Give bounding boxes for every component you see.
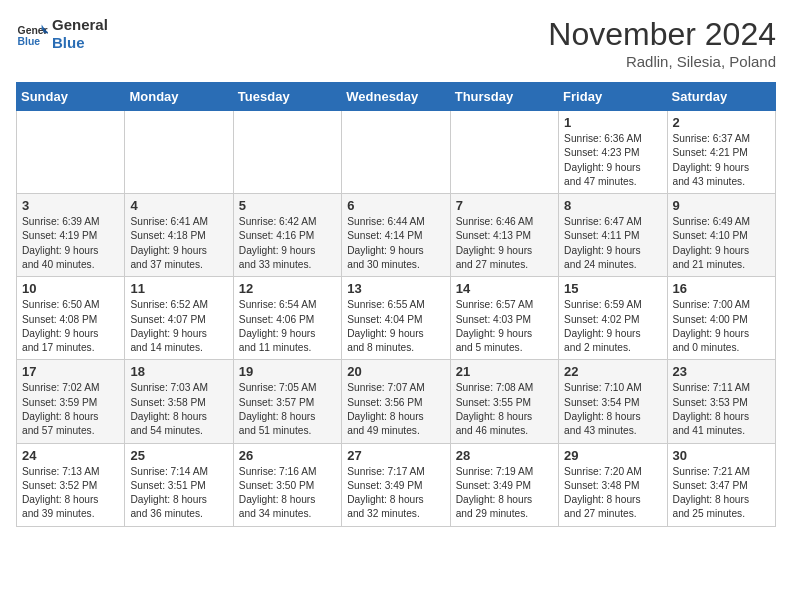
day-number: 29 bbox=[564, 448, 661, 463]
week-row-2: 3Sunrise: 6:39 AM Sunset: 4:19 PM Daylig… bbox=[17, 194, 776, 277]
day-info: Sunrise: 7:10 AM Sunset: 3:54 PM Dayligh… bbox=[564, 381, 661, 438]
day-number: 4 bbox=[130, 198, 227, 213]
calendar-cell: 12Sunrise: 6:54 AM Sunset: 4:06 PM Dayli… bbox=[233, 277, 341, 360]
day-number: 30 bbox=[673, 448, 770, 463]
day-info: Sunrise: 7:00 AM Sunset: 4:00 PM Dayligh… bbox=[673, 298, 770, 355]
day-info: Sunrise: 6:57 AM Sunset: 4:03 PM Dayligh… bbox=[456, 298, 553, 355]
day-info: Sunrise: 6:55 AM Sunset: 4:04 PM Dayligh… bbox=[347, 298, 444, 355]
day-number: 13 bbox=[347, 281, 444, 296]
day-info: Sunrise: 6:36 AM Sunset: 4:23 PM Dayligh… bbox=[564, 132, 661, 189]
day-number: 7 bbox=[456, 198, 553, 213]
header-sunday: Sunday bbox=[17, 83, 125, 111]
day-number: 6 bbox=[347, 198, 444, 213]
day-number: 3 bbox=[22, 198, 119, 213]
day-number: 16 bbox=[673, 281, 770, 296]
calendar-cell: 29Sunrise: 7:20 AM Sunset: 3:48 PM Dayli… bbox=[559, 443, 667, 526]
calendar-cell bbox=[450, 111, 558, 194]
day-info: Sunrise: 6:41 AM Sunset: 4:18 PM Dayligh… bbox=[130, 215, 227, 272]
header-saturday: Saturday bbox=[667, 83, 775, 111]
calendar-cell: 5Sunrise: 6:42 AM Sunset: 4:16 PM Daylig… bbox=[233, 194, 341, 277]
calendar-cell: 27Sunrise: 7:17 AM Sunset: 3:49 PM Dayli… bbox=[342, 443, 450, 526]
day-info: Sunrise: 7:13 AM Sunset: 3:52 PM Dayligh… bbox=[22, 465, 119, 522]
calendar-cell: 30Sunrise: 7:21 AM Sunset: 3:47 PM Dayli… bbox=[667, 443, 775, 526]
day-info: Sunrise: 7:21 AM Sunset: 3:47 PM Dayligh… bbox=[673, 465, 770, 522]
week-row-3: 10Sunrise: 6:50 AM Sunset: 4:08 PM Dayli… bbox=[17, 277, 776, 360]
calendar-cell: 23Sunrise: 7:11 AM Sunset: 3:53 PM Dayli… bbox=[667, 360, 775, 443]
calendar-cell: 17Sunrise: 7:02 AM Sunset: 3:59 PM Dayli… bbox=[17, 360, 125, 443]
calendar-cell: 7Sunrise: 6:46 AM Sunset: 4:13 PM Daylig… bbox=[450, 194, 558, 277]
day-number: 9 bbox=[673, 198, 770, 213]
day-number: 23 bbox=[673, 364, 770, 379]
day-number: 28 bbox=[456, 448, 553, 463]
header-monday: Monday bbox=[125, 83, 233, 111]
day-info: Sunrise: 7:19 AM Sunset: 3:49 PM Dayligh… bbox=[456, 465, 553, 522]
day-info: Sunrise: 7:17 AM Sunset: 3:49 PM Dayligh… bbox=[347, 465, 444, 522]
calendar-cell: 26Sunrise: 7:16 AM Sunset: 3:50 PM Dayli… bbox=[233, 443, 341, 526]
calendar-cell: 25Sunrise: 7:14 AM Sunset: 3:51 PM Dayli… bbox=[125, 443, 233, 526]
day-info: Sunrise: 7:16 AM Sunset: 3:50 PM Dayligh… bbox=[239, 465, 336, 522]
title-block: November 2024 Radlin, Silesia, Poland bbox=[548, 16, 776, 70]
calendar-cell: 11Sunrise: 6:52 AM Sunset: 4:07 PM Dayli… bbox=[125, 277, 233, 360]
day-info: Sunrise: 6:47 AM Sunset: 4:11 PM Dayligh… bbox=[564, 215, 661, 272]
location-subtitle: Radlin, Silesia, Poland bbox=[548, 53, 776, 70]
day-number: 17 bbox=[22, 364, 119, 379]
calendar-cell: 4Sunrise: 6:41 AM Sunset: 4:18 PM Daylig… bbox=[125, 194, 233, 277]
logo-blue: Blue bbox=[52, 34, 108, 52]
day-number: 12 bbox=[239, 281, 336, 296]
calendar-cell: 22Sunrise: 7:10 AM Sunset: 3:54 PM Dayli… bbox=[559, 360, 667, 443]
day-number: 20 bbox=[347, 364, 444, 379]
calendar-cell bbox=[342, 111, 450, 194]
calendar-cell: 16Sunrise: 7:00 AM Sunset: 4:00 PM Dayli… bbox=[667, 277, 775, 360]
day-info: Sunrise: 6:49 AM Sunset: 4:10 PM Dayligh… bbox=[673, 215, 770, 272]
day-info: Sunrise: 6:50 AM Sunset: 4:08 PM Dayligh… bbox=[22, 298, 119, 355]
day-info: Sunrise: 7:20 AM Sunset: 3:48 PM Dayligh… bbox=[564, 465, 661, 522]
day-info: Sunrise: 6:59 AM Sunset: 4:02 PM Dayligh… bbox=[564, 298, 661, 355]
day-info: Sunrise: 7:14 AM Sunset: 3:51 PM Dayligh… bbox=[130, 465, 227, 522]
calendar-cell: 8Sunrise: 6:47 AM Sunset: 4:11 PM Daylig… bbox=[559, 194, 667, 277]
page-header: General Blue General Blue November 2024 … bbox=[16, 16, 776, 70]
calendar-cell bbox=[233, 111, 341, 194]
calendar-cell: 14Sunrise: 6:57 AM Sunset: 4:03 PM Dayli… bbox=[450, 277, 558, 360]
calendar-cell bbox=[17, 111, 125, 194]
calendar-cell bbox=[125, 111, 233, 194]
calendar-cell: 21Sunrise: 7:08 AM Sunset: 3:55 PM Dayli… bbox=[450, 360, 558, 443]
day-info: Sunrise: 6:37 AM Sunset: 4:21 PM Dayligh… bbox=[673, 132, 770, 189]
day-number: 25 bbox=[130, 448, 227, 463]
week-row-1: 1Sunrise: 6:36 AM Sunset: 4:23 PM Daylig… bbox=[17, 111, 776, 194]
day-number: 1 bbox=[564, 115, 661, 130]
calendar-cell: 20Sunrise: 7:07 AM Sunset: 3:56 PM Dayli… bbox=[342, 360, 450, 443]
day-number: 27 bbox=[347, 448, 444, 463]
day-number: 22 bbox=[564, 364, 661, 379]
calendar-header-row: SundayMondayTuesdayWednesdayThursdayFrid… bbox=[17, 83, 776, 111]
calendar-table: SundayMondayTuesdayWednesdayThursdayFrid… bbox=[16, 82, 776, 527]
calendar-cell: 6Sunrise: 6:44 AM Sunset: 4:14 PM Daylig… bbox=[342, 194, 450, 277]
header-friday: Friday bbox=[559, 83, 667, 111]
day-info: Sunrise: 7:02 AM Sunset: 3:59 PM Dayligh… bbox=[22, 381, 119, 438]
day-info: Sunrise: 6:42 AM Sunset: 4:16 PM Dayligh… bbox=[239, 215, 336, 272]
day-info: Sunrise: 7:05 AM Sunset: 3:57 PM Dayligh… bbox=[239, 381, 336, 438]
day-number: 10 bbox=[22, 281, 119, 296]
day-number: 8 bbox=[564, 198, 661, 213]
day-info: Sunrise: 7:07 AM Sunset: 3:56 PM Dayligh… bbox=[347, 381, 444, 438]
week-row-4: 17Sunrise: 7:02 AM Sunset: 3:59 PM Dayli… bbox=[17, 360, 776, 443]
header-thursday: Thursday bbox=[450, 83, 558, 111]
day-number: 19 bbox=[239, 364, 336, 379]
day-number: 18 bbox=[130, 364, 227, 379]
month-title: November 2024 bbox=[548, 16, 776, 53]
day-number: 11 bbox=[130, 281, 227, 296]
logo-general: General bbox=[52, 16, 108, 34]
day-number: 26 bbox=[239, 448, 336, 463]
day-info: Sunrise: 6:39 AM Sunset: 4:19 PM Dayligh… bbox=[22, 215, 119, 272]
calendar-cell: 18Sunrise: 7:03 AM Sunset: 3:58 PM Dayli… bbox=[125, 360, 233, 443]
calendar-cell: 28Sunrise: 7:19 AM Sunset: 3:49 PM Dayli… bbox=[450, 443, 558, 526]
day-number: 21 bbox=[456, 364, 553, 379]
day-number: 5 bbox=[239, 198, 336, 213]
day-number: 14 bbox=[456, 281, 553, 296]
day-info: Sunrise: 6:54 AM Sunset: 4:06 PM Dayligh… bbox=[239, 298, 336, 355]
week-row-5: 24Sunrise: 7:13 AM Sunset: 3:52 PM Dayli… bbox=[17, 443, 776, 526]
calendar-cell: 13Sunrise: 6:55 AM Sunset: 4:04 PM Dayli… bbox=[342, 277, 450, 360]
day-info: Sunrise: 7:11 AM Sunset: 3:53 PM Dayligh… bbox=[673, 381, 770, 438]
calendar-cell: 19Sunrise: 7:05 AM Sunset: 3:57 PM Dayli… bbox=[233, 360, 341, 443]
day-info: Sunrise: 6:52 AM Sunset: 4:07 PM Dayligh… bbox=[130, 298, 227, 355]
calendar-cell: 2Sunrise: 6:37 AM Sunset: 4:21 PM Daylig… bbox=[667, 111, 775, 194]
